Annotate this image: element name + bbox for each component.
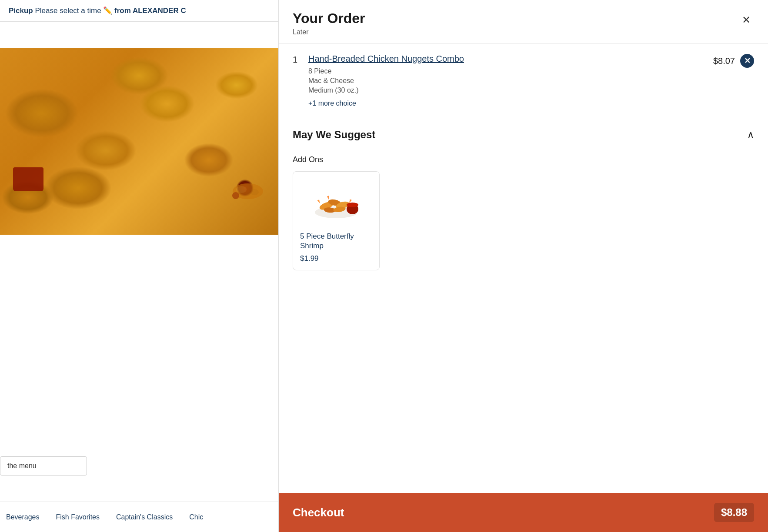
tab-captains-classics[interactable]: Captain's Classics (114, 510, 174, 525)
search-area (0, 456, 87, 475)
item-price: $8.07 (713, 56, 735, 66)
order-items-section: 1 Hand-Breaded Chicken Nuggets Combo 8 P… (279, 43, 768, 118)
item-option-1: Mac & Cheese (308, 77, 706, 85)
from-restaurant-text: from ALEXANDER C (114, 7, 186, 15)
addon-card-shrimp[interactable]: 5 Piece Butterfly Shrimp $1.99 (293, 171, 380, 270)
svg-point-2 (250, 189, 259, 195)
svg-point-3 (232, 192, 239, 199)
top-bar: Pickup Please select a time ✏️ from ALEX… (0, 0, 278, 22)
search-input[interactable] (7, 462, 80, 470)
item-name[interactable]: Hand-Breaded Chicken Nuggets Combo (308, 54, 706, 64)
item-quantity: 1 (293, 55, 301, 65)
close-order-button[interactable]: ✕ (738, 12, 754, 28)
tab-chic[interactable]: Chic (187, 510, 205, 525)
svg-point-14 (347, 203, 358, 207)
item-details: Hand-Breaded Chicken Nuggets Combo 8 Pie… (308, 54, 706, 107)
suggest-section: May We Suggest ∧ Add Ons (279, 118, 768, 493)
remove-item-button[interactable]: ✕ (740, 54, 754, 68)
addon-name: 5 Piece Butterfly Shrimp (300, 232, 372, 251)
suggest-body: Add Ons (279, 148, 768, 281)
svg-marker-11 (327, 196, 329, 200)
order-subtitle: Later (293, 28, 365, 36)
sauce-cup (13, 167, 43, 191)
pickup-label: Pickup (9, 7, 33, 15)
order-panel: Your Order Later ✕ 1 Hand-Breaded Chicke… (278, 0, 768, 532)
order-header: Your Order Later ✕ (279, 0, 768, 43)
select-time-text: Please select a time (35, 7, 103, 15)
addon-price: $1.99 (300, 254, 372, 263)
checkout-bar[interactable]: Checkout $8.88 (279, 493, 768, 532)
item-options: 8 Piece Mac & Cheese Medium (30 oz.) (308, 67, 706, 94)
shrimp-image-icon (310, 183, 362, 222)
food-image-overlay (0, 48, 278, 235)
tab-beverages[interactable]: Beverages (4, 510, 41, 525)
item-price-block: $8.07 ✕ (713, 54, 754, 68)
suggest-header: May We Suggest ∧ (279, 118, 768, 148)
svg-marker-10 (317, 200, 320, 203)
food-image (0, 48, 278, 235)
left-panel: Pickup Please select a time ✏️ from ALEX… (0, 0, 278, 532)
edit-icon[interactable]: ✏️ (103, 7, 112, 15)
item-option-2: Medium (30 oz.) (308, 86, 706, 94)
suggest-title: May We Suggest (293, 129, 375, 141)
order-title: Your Order (293, 10, 365, 27)
tab-fish-favorites[interactable]: Fish Favorites (54, 510, 101, 525)
table-row: 1 Hand-Breaded Chicken Nuggets Combo 8 P… (293, 54, 754, 107)
remove-icon: ✕ (744, 56, 751, 66)
search-input-wrapper (0, 456, 87, 475)
checkout-price: $8.88 (714, 503, 754, 522)
chevron-up-icon[interactable]: ∧ (747, 129, 754, 140)
svg-point-1 (236, 186, 247, 193)
addon-image (300, 179, 372, 226)
nav-tabs: Beverages Fish Favorites Captain's Class… (0, 502, 278, 532)
addons-label: Add Ons (293, 155, 754, 164)
checkout-label: Checkout (293, 506, 344, 519)
item-option-0: 8 Piece (308, 67, 706, 75)
order-title-block: Your Order Later (293, 10, 365, 36)
shrimp-decoration-icon (230, 178, 265, 200)
more-choices-link[interactable]: +1 more choice (308, 100, 706, 107)
